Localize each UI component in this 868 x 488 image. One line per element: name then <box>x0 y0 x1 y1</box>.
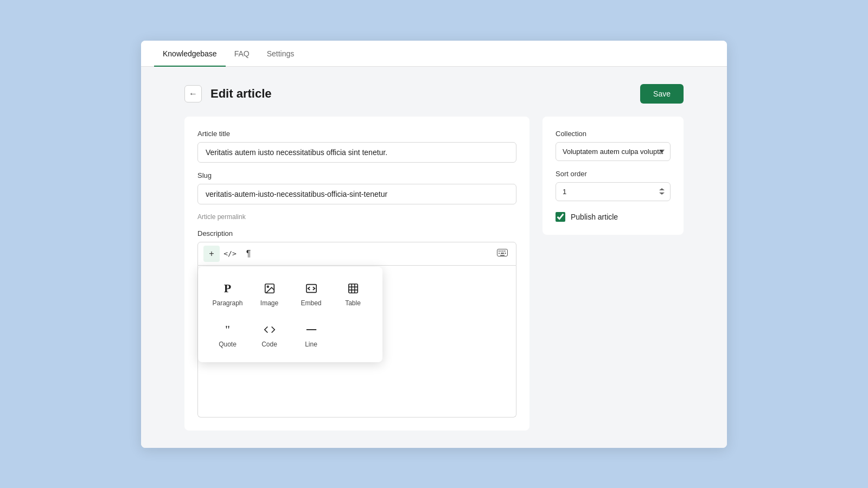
table-label: Table <box>345 299 361 307</box>
paragraph-label: Paragraph <box>212 299 242 307</box>
svg-rect-8 <box>500 255 505 256</box>
quote-label: Quote <box>219 341 237 348</box>
tab-faq[interactable]: FAQ <box>226 41 258 67</box>
tab-settings[interactable]: Settings <box>258 41 303 67</box>
code-icon <box>262 322 277 337</box>
publish-label[interactable]: Publish article <box>571 213 618 221</box>
tab-bar: Knowledgebase FAQ Settings <box>141 41 727 67</box>
image-icon <box>262 281 277 296</box>
quote-icon: " <box>220 322 235 337</box>
description-label: Description <box>197 229 516 237</box>
page-title: Edit article <box>210 87 271 101</box>
slug-label: Slug <box>197 171 516 179</box>
svg-rect-6 <box>501 253 504 254</box>
insert-image[interactable]: Image <box>248 275 290 312</box>
editor-toolbar: + </> ¶ <box>197 242 516 266</box>
image-label: Image <box>260 299 278 307</box>
insert-table[interactable]: Table <box>332 275 374 312</box>
table-icon <box>346 281 361 296</box>
add-block-button[interactable]: + <box>203 246 220 262</box>
svg-rect-7 <box>505 253 506 254</box>
tab-knowledgebase[interactable]: Knowledgebase <box>154 41 226 67</box>
left-panel: Article title Slug Article permalink Des… <box>184 117 529 431</box>
slug-input[interactable] <box>197 184 516 204</box>
page-header: ← Edit article Save <box>184 84 684 104</box>
article-permalink: Article permalink <box>197 213 516 221</box>
publish-checkbox[interactable] <box>556 212 565 222</box>
main-content: ← Edit article Save Article title Slug A… <box>141 67 727 448</box>
back-button[interactable]: ← <box>184 85 202 102</box>
right-panel: Collection Voluptatem autem culpa volupt… <box>542 117 684 235</box>
svg-rect-4 <box>505 251 506 252</box>
header-left: ← Edit article <box>184 85 271 102</box>
code-brackets-icon: </> <box>224 249 236 258</box>
sort-order-select[interactable]: 1 2 3 <box>556 182 671 201</box>
svg-rect-3 <box>502 251 503 252</box>
svg-rect-5 <box>499 253 500 254</box>
svg-point-10 <box>267 286 269 287</box>
publish-row: Publish article <box>556 212 671 222</box>
plus-icon: + <box>209 249 214 259</box>
code-view-button[interactable]: </> <box>222 246 238 262</box>
paragraph-mark-button[interactable]: ¶ <box>240 246 257 262</box>
svg-rect-1 <box>499 251 500 252</box>
insert-dropdown: P Paragraph <box>198 267 382 362</box>
line-icon <box>304 322 319 337</box>
code-label: Code <box>261 341 277 348</box>
sort-order-label: Sort order <box>556 170 671 178</box>
insert-paragraph[interactable]: P Paragraph <box>207 275 248 312</box>
keyboard-shortcut-button[interactable] <box>494 246 510 262</box>
article-title-label: Article title <box>197 130 516 138</box>
insert-line[interactable]: Line <box>290 317 332 354</box>
insert-code[interactable]: Code <box>248 317 290 354</box>
keyboard-icon <box>497 249 508 259</box>
embed-icon <box>304 281 319 296</box>
pilcrow-icon: ¶ <box>246 249 251 259</box>
content-columns: Article title Slug Article permalink Des… <box>184 117 684 431</box>
collection-label: Collection <box>556 130 671 138</box>
embed-label: Embed <box>301 299 321 307</box>
insert-quote[interactable]: " Quote <box>207 317 248 354</box>
article-title-input[interactable] <box>197 142 516 163</box>
paragraph-icon: P <box>220 281 235 296</box>
insert-embed[interactable]: Embed <box>290 275 332 312</box>
collection-select[interactable]: Voluptatem autem culpa voluptas... <box>556 142 671 161</box>
line-label: Line <box>305 341 317 348</box>
save-button[interactable]: Save <box>640 84 684 104</box>
svg-rect-2 <box>501 251 502 252</box>
svg-rect-12 <box>348 284 358 293</box>
